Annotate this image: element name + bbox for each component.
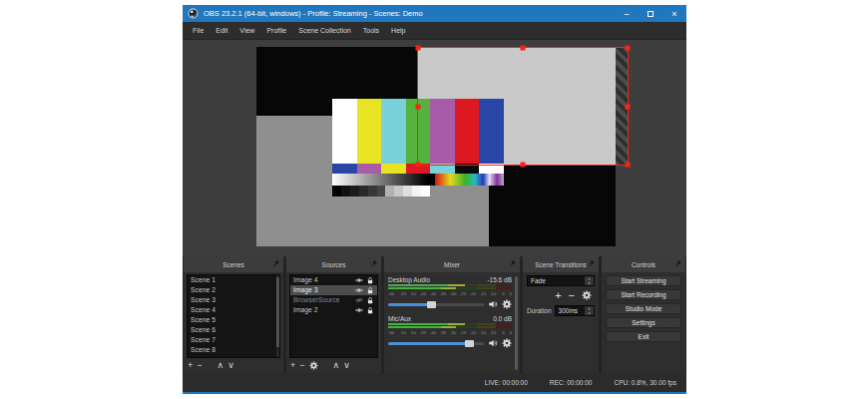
selection-handle[interactable] xyxy=(416,163,421,168)
eye-off-icon[interactable] xyxy=(355,296,363,304)
scene-transitions-panel: Scene Transitions Fade ∧∨ +− Duration 30… xyxy=(523,256,599,373)
selection-handle[interactable] xyxy=(416,46,421,51)
pin-icon[interactable] xyxy=(587,259,596,268)
exit-button[interactable]: Exit xyxy=(606,331,681,342)
sources-properties-gear-icon[interactable] xyxy=(309,361,318,370)
lock-icon[interactable] xyxy=(366,306,374,314)
source-list-item[interactable]: Image 2 xyxy=(290,305,377,315)
scene-list-item[interactable]: Scene 4 xyxy=(188,305,279,315)
source-list-item[interactable]: Image 3 xyxy=(290,285,377,295)
volume-slider-fill xyxy=(388,342,469,345)
source-name: Image 3 xyxy=(293,285,355,295)
scenes-scrollbar[interactable] xyxy=(276,275,279,357)
eye-icon[interactable] xyxy=(355,286,363,294)
scenes-remove-button[interactable]: − xyxy=(197,358,202,373)
test-pattern-gradients xyxy=(332,174,504,186)
cpu-fps: CPU: 0.8%, 30.00 fps xyxy=(614,379,676,386)
sources-add-button[interactable]: + xyxy=(290,358,295,373)
source-list-item[interactable]: BrowserSource xyxy=(290,295,377,305)
menu-item-profile[interactable]: Profile xyxy=(260,27,292,34)
menu-item-view[interactable]: View xyxy=(233,27,260,34)
lock-icon[interactable] xyxy=(366,286,374,294)
scene-list-item[interactable]: Scene 1 xyxy=(188,275,279,285)
channel-name: Mic/Aux xyxy=(388,315,411,322)
volume-meter-level xyxy=(388,326,456,328)
mixer-scrollbar[interactable] xyxy=(515,276,518,370)
scene-list-item[interactable]: Scene 3 xyxy=(188,295,279,305)
meter-tick-labels: -60-55-50-45-40-35-30-25-20-15-10-50 xyxy=(388,290,512,297)
scene-transitions-title: Scene Transitions xyxy=(535,261,587,268)
transition-select[interactable]: Fade ∧∨ xyxy=(527,275,595,286)
title-bar[interactable]: OBS 23.2.1 (64-bit, windows) - Profile: … xyxy=(183,5,686,22)
speaker-mute-icon[interactable] xyxy=(488,338,498,348)
selection-handle[interactable] xyxy=(416,104,421,109)
studio-mode-button[interactable]: Studio Mode xyxy=(606,303,681,314)
selection-box[interactable] xyxy=(417,47,629,166)
menu-item-scene-collection[interactable]: Scene Collection xyxy=(292,27,357,34)
pattern-step xyxy=(350,186,359,197)
close-button[interactable]: × xyxy=(662,5,686,22)
minimize-button[interactable]: – xyxy=(615,5,639,22)
volume-slider[interactable] xyxy=(388,303,484,306)
menu-item-tools[interactable]: Tools xyxy=(357,27,385,34)
pin-icon[interactable] xyxy=(369,259,378,268)
scenes-add-button[interactable]: + xyxy=(188,358,193,373)
menu-item-edit[interactable]: Edit xyxy=(210,27,233,34)
channel-gear-icon[interactable] xyxy=(502,338,512,348)
selection-handle[interactable] xyxy=(521,46,526,51)
selection-handle[interactable] xyxy=(626,104,631,109)
pattern-step xyxy=(332,186,341,197)
start-streaming-button[interactable]: Start Streaming xyxy=(606,275,681,286)
sources-move-up-button[interactable]: ∧ xyxy=(333,358,340,373)
menu-item-help[interactable]: Help xyxy=(385,27,411,34)
transitions-properties-gear-icon[interactable] xyxy=(582,290,592,300)
transitions-add-button[interactable]: + xyxy=(555,289,561,301)
source-name: BrowserSource xyxy=(293,295,355,305)
maximize-button[interactable] xyxy=(639,5,662,22)
selection-handle[interactable] xyxy=(626,46,631,51)
scenes-move-down-button[interactable]: ∨ xyxy=(227,358,234,373)
source-list-item[interactable]: Image 4 xyxy=(290,275,377,285)
channel-header: Desktop Audio-15.6 dB xyxy=(388,276,512,283)
speaker-mute-icon[interactable] xyxy=(488,299,498,309)
duration-spin-arrows[interactable]: ∧∨ xyxy=(585,306,594,315)
selection-handle[interactable] xyxy=(521,163,526,168)
menu-item-file[interactable]: File xyxy=(187,27,210,34)
scene-transitions-header: Scene Transitions xyxy=(523,256,599,272)
sources-move-down-button[interactable]: ∨ xyxy=(343,358,350,373)
eye-icon[interactable] xyxy=(355,276,363,284)
channel-gear-icon[interactable] xyxy=(502,299,512,309)
scene-list-item[interactable]: Scene 8 xyxy=(188,345,279,355)
start-recording-button[interactable]: Start Recording xyxy=(606,289,681,300)
scene-list-item[interactable]: Scene 6 xyxy=(188,325,279,335)
controls-header: Controls xyxy=(602,256,685,272)
scene-list-item[interactable]: Scene 7 xyxy=(188,335,279,345)
source-name: Image 2 xyxy=(293,305,355,315)
scene-list-item[interactable]: Scene 2 xyxy=(188,285,279,295)
volume-slider[interactable] xyxy=(388,342,484,345)
scene-list-item[interactable]: Scene 9 xyxy=(188,355,279,358)
pattern-step xyxy=(394,186,403,197)
transitions-remove-button[interactable]: − xyxy=(569,289,575,301)
sources-remove-button[interactable]: − xyxy=(299,358,304,373)
duration-spinbox[interactable]: 300ms ∧∨ xyxy=(555,305,595,316)
pin-icon[interactable] xyxy=(673,259,682,268)
volume-slider-handle[interactable] xyxy=(427,301,436,308)
pin-icon[interactable] xyxy=(508,259,517,268)
volume-slider-handle[interactable] xyxy=(465,340,474,347)
selection-handle[interactable] xyxy=(626,163,631,168)
lock-icon[interactable] xyxy=(366,276,374,284)
settings-button[interactable]: Settings xyxy=(606,317,681,328)
pin-icon[interactable] xyxy=(271,259,280,268)
transition-select-arrows[interactable]: ∧∨ xyxy=(585,276,594,285)
eye-icon[interactable] xyxy=(355,306,363,314)
scene-list-item[interactable]: Scene 5 xyxy=(188,315,279,325)
obs-window: OBS 23.2.1 (64-bit, windows) - Profile: … xyxy=(183,5,686,394)
sources-panel: Sources Image 4Image 3BrowserSourceImage… xyxy=(286,256,381,373)
scenes-move-up-button[interactable]: ∧ xyxy=(217,358,224,373)
lock-icon[interactable] xyxy=(366,296,374,304)
scenes-scrollbar-thumb[interactable] xyxy=(276,277,279,348)
duration-label: Duration xyxy=(527,307,552,314)
volume-meter-level xyxy=(388,323,465,325)
preview-canvas[interactable] xyxy=(256,47,616,246)
